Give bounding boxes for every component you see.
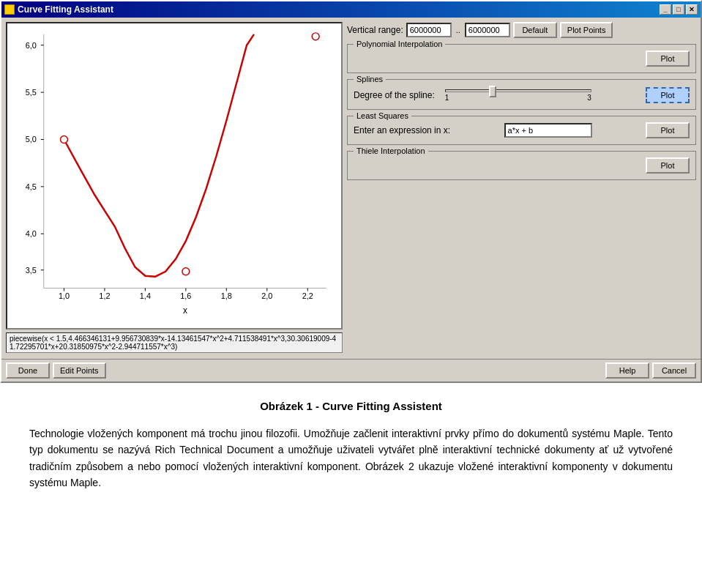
svg-point-31: [182, 268, 190, 275]
svg-text:2,0: 2,0: [261, 291, 272, 300]
title-bar-buttons: _ □ ✕: [660, 4, 698, 15]
svg-point-32: [312, 33, 319, 40]
splines-section: Splines Degree of the spline: 1 3: [347, 79, 696, 110]
thiele-section: Thiele Interpolation Plot: [347, 151, 696, 180]
close-button[interactable]: ✕: [686, 4, 698, 15]
svg-text:1,6: 1,6: [180, 291, 191, 300]
range-from-input[interactable]: [406, 23, 452, 37]
title-bar: Curve Fitting Assistant _ □ ✕: [1, 1, 701, 18]
done-button[interactable]: Done: [6, 362, 50, 379]
least-squares-legend: Least Squares: [354, 111, 411, 120]
formula-bar: piecewise(x < 1.5,4.466346131+9.95673083…: [6, 332, 343, 353]
slider-labels: 1 3: [445, 94, 591, 102]
thiele-plot-button[interactable]: Plot: [646, 157, 690, 174]
bottom-left-buttons: Done Edit Points: [6, 362, 106, 379]
edit-points-button[interactable]: Edit Points: [53, 362, 106, 379]
polynomial-content: Plot: [354, 49, 690, 67]
least-squares-plot-button[interactable]: Plot: [646, 122, 690, 138]
app-window: Curve Fitting Assistant _ □ ✕: [0, 0, 702, 383]
bottom-right-buttons: Help Cancel: [605, 362, 696, 379]
splines-row: Degree of the spline: 1 3 Plot: [354, 87, 690, 103]
splines-legend: Splines: [354, 75, 386, 83]
doc-para1: Technologie vložených komponent má troch…: [29, 425, 673, 491]
doc-body: Technologie vložených komponent má troch…: [29, 425, 673, 491]
svg-text:6,0: 6,0: [26, 41, 37, 50]
expression-input[interactable]: [504, 123, 592, 138]
left-panel: 6,0 5,5 5,0 4,5 4,0 3,5: [6, 22, 343, 353]
degree-label: Degree of the spline:: [354, 90, 435, 100]
range-to-input[interactable]: [465, 23, 510, 37]
svg-text:5,5: 5,5: [26, 88, 37, 97]
dots: ..: [455, 26, 462, 34]
svg-text:1,8: 1,8: [221, 291, 232, 300]
doc-section: Obrázek 1 - Curve Fitting Assistent Tech…: [0, 383, 702, 506]
graph-svg: 6,0 5,5 5,0 4,5 4,0 3,5: [7, 23, 341, 328]
slider-row: [445, 89, 591, 92]
polynomial-legend: Polynomial Interpolation: [354, 40, 445, 48]
graph-container: 6,0 5,5 5,0 4,5 4,0 3,5: [6, 22, 343, 330]
bottom-bar: Done Edit Points Help Cancel: [1, 359, 701, 382]
right-panel: Vertical range: .. Default Plot Points P…: [347, 22, 696, 353]
slider-min-label: 1: [445, 94, 449, 102]
svg-rect-0: [7, 23, 341, 328]
svg-text:3,5: 3,5: [26, 266, 37, 275]
svg-text:x: x: [183, 305, 187, 316]
splines-plot-button[interactable]: Plot: [646, 87, 690, 103]
cancel-button[interactable]: Cancel: [652, 362, 696, 379]
maximize-button[interactable]: □: [673, 4, 684, 15]
thiele-legend: Thiele Interpolation: [354, 146, 428, 155]
top-controls: Vertical range: .. Default Plot Points: [347, 22, 696, 38]
svg-text:1,2: 1,2: [99, 291, 110, 300]
svg-text:2,2: 2,2: [302, 291, 313, 300]
expression-label: Enter an expression in x:: [354, 125, 450, 135]
least-squares-content: Enter an expression in x: Plot: [354, 121, 690, 138]
polynomial-section: Polynomial Interpolation Plot: [347, 44, 696, 73]
vertical-range-label: Vertical range:: [347, 25, 403, 35]
svg-text:1,4: 1,4: [140, 291, 151, 300]
svg-text:4,5: 4,5: [26, 182, 37, 191]
svg-text:4,0: 4,0: [26, 229, 37, 238]
default-button[interactable]: Default: [513, 22, 557, 38]
polynomial-plot-button[interactable]: Plot: [646, 51, 690, 67]
window-title: Curve Fitting Assistant: [18, 4, 113, 15]
title-bar-left: Curve Fitting Assistant: [4, 4, 113, 15]
minimize-button[interactable]: _: [660, 4, 671, 15]
app-icon: [4, 4, 15, 15]
least-squares-section: Least Squares Enter an expression in x: …: [347, 116, 696, 145]
help-button[interactable]: Help: [605, 362, 649, 379]
slider-max-label: 3: [587, 94, 591, 102]
slider-area: 1 3: [445, 89, 635, 102]
slider-thumb[interactable]: [489, 86, 496, 97]
doc-title: Obrázek 1 - Curve Fitting Assistent: [29, 398, 673, 415]
thiele-content: Plot: [354, 156, 690, 174]
slider-track[interactable]: [445, 89, 591, 92]
svg-text:1,0: 1,0: [59, 291, 70, 300]
svg-point-30: [60, 136, 67, 144]
plot-points-button[interactable]: Plot Points: [560, 22, 613, 38]
window-content: 6,0 5,5 5,0 4,5 4,0 3,5: [1, 18, 701, 357]
svg-text:5,0: 5,0: [26, 135, 37, 144]
